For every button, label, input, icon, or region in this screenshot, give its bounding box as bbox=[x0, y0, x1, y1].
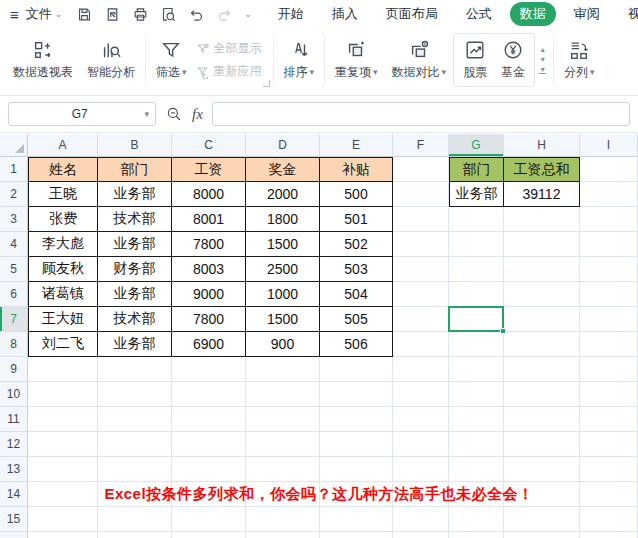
cell-C16[interactable] bbox=[172, 532, 246, 538]
cell-F2[interactable] bbox=[393, 182, 449, 207]
row-header-12[interactable]: 12 bbox=[0, 432, 28, 457]
cell-B7[interactable]: 技术部 bbox=[98, 307, 172, 332]
row-header-6[interactable]: 6 bbox=[0, 282, 28, 307]
column-header-I[interactable]: I bbox=[580, 134, 638, 157]
cell-C10[interactable] bbox=[172, 382, 246, 407]
cell-H1[interactable]: 工资总和 bbox=[504, 157, 580, 182]
row-header-13[interactable]: 13 bbox=[0, 457, 28, 482]
column-header-A[interactable]: A bbox=[28, 134, 98, 157]
cell-C3[interactable]: 8001 bbox=[172, 207, 246, 232]
search-equals-icon[interactable] bbox=[165, 105, 183, 123]
cell-B3[interactable]: 技术部 bbox=[98, 207, 172, 232]
pivot-table-button[interactable]: 数据透视表 bbox=[6, 31, 80, 89]
cell-C4[interactable]: 7800 bbox=[172, 232, 246, 257]
filter-button[interactable]: 筛选▾ bbox=[149, 31, 194, 89]
cell-G3[interactable] bbox=[449, 207, 504, 232]
cell-B1[interactable]: 部门 bbox=[98, 157, 172, 182]
cell-E2[interactable]: 500 bbox=[320, 182, 393, 207]
cell-F6[interactable] bbox=[393, 282, 449, 307]
cell-D15[interactable] bbox=[246, 507, 320, 532]
cell-H13[interactable] bbox=[504, 457, 580, 482]
cell-I15[interactable] bbox=[580, 507, 638, 532]
cell-A15[interactable] bbox=[28, 507, 98, 532]
gallery-more-icon[interactable]: ▼ bbox=[539, 66, 546, 74]
cell-F16[interactable] bbox=[393, 532, 449, 538]
cell-E15[interactable] bbox=[320, 507, 393, 532]
cell-E16[interactable] bbox=[320, 532, 393, 538]
cell-C13[interactable] bbox=[172, 457, 246, 482]
file-menu[interactable]: 文件 ⌄ bbox=[26, 5, 63, 23]
cell-H7[interactable] bbox=[504, 307, 580, 332]
cell-E12[interactable] bbox=[320, 432, 393, 457]
cell-C1[interactable]: 工资 bbox=[172, 157, 246, 182]
tab-3[interactable]: 公式 bbox=[456, 2, 502, 26]
cell-I6[interactable] bbox=[580, 282, 638, 307]
cell-D2[interactable]: 2000 bbox=[246, 182, 320, 207]
column-header-E[interactable]: E bbox=[320, 134, 393, 157]
dialog-launcher-icon[interactable] bbox=[263, 80, 270, 87]
cell-C5[interactable]: 8003 bbox=[172, 257, 246, 282]
cell-E10[interactable] bbox=[320, 382, 393, 407]
cell-A7[interactable]: 王大妞 bbox=[28, 307, 98, 332]
cell-G16[interactable] bbox=[449, 532, 504, 538]
cell-H3[interactable] bbox=[504, 207, 580, 232]
cell-D8[interactable]: 900 bbox=[246, 332, 320, 357]
cell-I4[interactable] bbox=[580, 232, 638, 257]
funds-button[interactable]: 基金 bbox=[494, 39, 532, 81]
cell-C11[interactable] bbox=[172, 407, 246, 432]
cell-E1[interactable]: 补贴 bbox=[320, 157, 393, 182]
column-header-G[interactable]: G bbox=[449, 134, 504, 157]
smart-analysis-button[interactable]: 智能分析 bbox=[80, 31, 142, 89]
cell-C7[interactable]: 7800 bbox=[172, 307, 246, 332]
tab-1[interactable]: 插入 bbox=[322, 2, 368, 26]
cell-F8[interactable] bbox=[393, 332, 449, 357]
column-header-H[interactable]: H bbox=[504, 134, 580, 157]
cell-C12[interactable] bbox=[172, 432, 246, 457]
undo-icon[interactable] bbox=[188, 6, 205, 23]
name-box-dropdown-icon[interactable]: ▾ bbox=[144, 110, 149, 119]
cell-D16[interactable] bbox=[246, 532, 320, 538]
cell-D5[interactable]: 2500 bbox=[246, 257, 320, 282]
print-preview-icon[interactable] bbox=[160, 6, 177, 23]
save-icon[interactable] bbox=[76, 6, 93, 23]
cell-B5[interactable]: 财务部 bbox=[98, 257, 172, 282]
cell-C9[interactable] bbox=[172, 357, 246, 382]
row-header-2[interactable]: 2 bbox=[0, 182, 28, 207]
cell-C8[interactable]: 6900 bbox=[172, 332, 246, 357]
row-header-9[interactable]: 9 bbox=[0, 357, 28, 382]
cell-E3[interactable]: 501 bbox=[320, 207, 393, 232]
cell-A12[interactable] bbox=[28, 432, 98, 457]
cell-G6[interactable] bbox=[449, 282, 504, 307]
cell-F11[interactable] bbox=[393, 407, 449, 432]
print-icon[interactable] bbox=[132, 6, 149, 23]
cell-I12[interactable] bbox=[580, 432, 638, 457]
cell-B2[interactable]: 业务部 bbox=[98, 182, 172, 207]
cell-G9[interactable] bbox=[449, 357, 504, 382]
cell-H10[interactable] bbox=[504, 382, 580, 407]
cell-C2[interactable]: 8000 bbox=[172, 182, 246, 207]
cell-A9[interactable] bbox=[28, 357, 98, 382]
row-header-8[interactable]: 8 bbox=[0, 332, 28, 357]
cell-F5[interactable] bbox=[393, 257, 449, 282]
cell-F15[interactable] bbox=[393, 507, 449, 532]
cell-I11[interactable] bbox=[580, 407, 638, 432]
cell-F13[interactable] bbox=[393, 457, 449, 482]
tab-6[interactable]: 视图 bbox=[618, 2, 638, 26]
cell-D7[interactable]: 1500 bbox=[246, 307, 320, 332]
cell-E11[interactable] bbox=[320, 407, 393, 432]
select-all-corner[interactable] bbox=[0, 134, 28, 157]
cell-A16[interactable] bbox=[28, 532, 98, 538]
row-header-1[interactable]: 1 bbox=[0, 157, 28, 182]
cell-H5[interactable] bbox=[504, 257, 580, 282]
cell-B8[interactable]: 业务部 bbox=[98, 332, 172, 357]
text-to-columns-button[interactable]: 分列▾ bbox=[557, 31, 602, 89]
data-compare-button[interactable]: 数据对比▾ bbox=[385, 31, 454, 89]
row-header-3[interactable]: 3 bbox=[0, 207, 28, 232]
cell-A6[interactable]: 诸葛镇 bbox=[28, 282, 98, 307]
cell-I8[interactable] bbox=[580, 332, 638, 357]
cell-G15[interactable] bbox=[449, 507, 504, 532]
stocks-button[interactable]: 股票 bbox=[456, 39, 494, 81]
cell-H2[interactable]: 39112 bbox=[504, 182, 580, 207]
redo-icon[interactable] bbox=[216, 6, 233, 23]
cell-D13[interactable] bbox=[246, 457, 320, 482]
